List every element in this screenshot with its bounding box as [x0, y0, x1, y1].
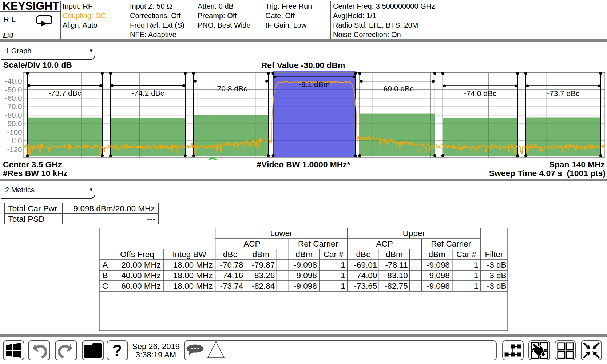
- svg-text:1: 1: [341, 281, 345, 291]
- svg-text:-73.7 dBc: -73.7 dBc: [547, 89, 580, 97]
- svg-text:Car #: Car #: [456, 250, 477, 259]
- svg-text:Upper: Upper: [403, 229, 425, 238]
- svg-text:20.00 MHz: 20.00 MHz: [121, 260, 161, 269]
- svg-text:-110: -110: [8, 136, 22, 145]
- svg-text:dBc: dBc: [356, 250, 370, 259]
- svg-text:-69.01: -69.01: [354, 260, 377, 269]
- svg-text:1: 1: [474, 271, 479, 280]
- svg-text:dBm: dBm: [428, 250, 445, 259]
- svg-text:ACP: ACP: [376, 239, 393, 248]
- svg-text:40.00 MHz: 40.00 MHz: [121, 271, 161, 280]
- svg-text:dBm: dBm: [295, 250, 312, 259]
- svg-text:-9.098: -9.098: [427, 271, 450, 280]
- svg-text:1: 1: [341, 271, 345, 280]
- svg-text:Integ BW: Integ BW: [172, 250, 206, 259]
- svg-text:-79.87: -79.87: [251, 260, 275, 269]
- svg-text:Filter: Filter: [485, 250, 504, 259]
- svg-text:18.00 MHz: 18.00 MHz: [173, 271, 213, 280]
- svg-text:-74.0 dBc: -74.0 dBc: [464, 89, 497, 97]
- svg-text:1: 1: [341, 260, 345, 269]
- svg-text:-83.10: -83.10: [385, 271, 408, 280]
- svg-text:ACP: ACP: [243, 239, 260, 248]
- svg-text:1: 1: [474, 260, 479, 269]
- svg-text:dBc: dBc: [223, 250, 237, 259]
- svg-text:18.00 MHz: 18.00 MHz: [173, 260, 213, 269]
- svg-text:-82.84: -82.84: [251, 281, 275, 291]
- svg-text:-73.65: -73.65: [354, 281, 377, 291]
- svg-text:-9.098: -9.098: [294, 271, 317, 280]
- svg-text:-100: -100: [7, 128, 22, 136]
- svg-text:-74.2 dBc: -74.2 dBc: [131, 89, 164, 97]
- svg-text:-9.1 dBm: -9.1 dBm: [299, 80, 330, 88]
- svg-text:dBm: dBm: [386, 250, 402, 259]
- svg-text:-60.0: -60.0: [5, 94, 22, 102]
- svg-text:-9.098: -9.098: [427, 281, 450, 291]
- svg-text:-73.7 dBc: -73.7 dBc: [48, 89, 81, 97]
- svg-text:-70.8 dBc: -70.8 dBc: [215, 84, 247, 93]
- svg-text:-40.0: -40.0: [5, 77, 22, 85]
- svg-text:Ref Carrier: Ref Carrier: [431, 239, 471, 248]
- svg-text:dBm: dBm: [253, 250, 269, 259]
- svg-text:-3 dB: -3 dB: [487, 260, 507, 269]
- svg-text:-3 dB: -3 dB: [487, 271, 507, 280]
- svg-text:-9.098: -9.098: [427, 260, 450, 269]
- svg-text:-9.098: -9.098: [294, 260, 317, 269]
- svg-text:-83.26: -83.26: [251, 271, 275, 280]
- svg-text:Ref Carrier: Ref Carrier: [298, 239, 338, 248]
- svg-text:-9.098: -9.098: [294, 281, 317, 291]
- svg-text:18.00 MHz: 18.00 MHz: [173, 281, 213, 291]
- svg-text:B: B: [102, 271, 108, 280]
- svg-text:-50.0: -50.0: [5, 85, 22, 94]
- svg-text:Lower: Lower: [270, 229, 293, 238]
- svg-text:-73.74: -73.74: [220, 281, 243, 291]
- svg-text:-70.78: -70.78: [220, 260, 243, 269]
- svg-text:-78.11: -78.11: [385, 260, 408, 269]
- svg-text:A: A: [102, 260, 108, 269]
- svg-text:-74.16: -74.16: [220, 271, 243, 280]
- svg-text:-82.75: -82.75: [385, 281, 408, 291]
- svg-text:-74.00: -74.00: [354, 271, 377, 280]
- svg-text:-69.0 dBc: -69.0 dBc: [381, 84, 414, 93]
- svg-text:Car #: Car #: [324, 250, 344, 259]
- svg-text:-70.0: -70.0: [5, 102, 22, 111]
- svg-text:Offs Freq: Offs Freq: [120, 250, 154, 259]
- svg-text:60.00 MHz: 60.00 MHz: [121, 281, 161, 291]
- svg-text:-90.0: -90.0: [5, 119, 22, 128]
- svg-text:-3 dB: -3 dB: [487, 281, 507, 291]
- svg-text:-120: -120: [7, 145, 22, 153]
- svg-text:C: C: [102, 281, 108, 291]
- svg-text:1: 1: [474, 281, 479, 291]
- svg-text:-80.0: -80.0: [5, 111, 22, 119]
